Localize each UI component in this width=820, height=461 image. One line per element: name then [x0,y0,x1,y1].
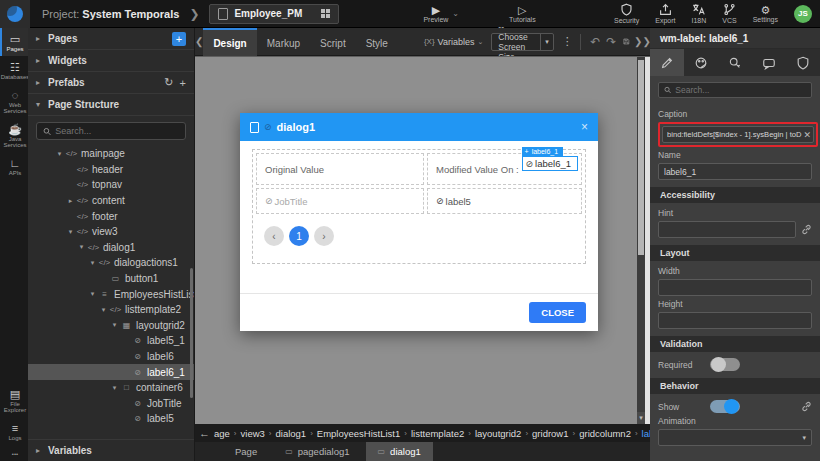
tree-node-label5[interactable]: ⊘label5 [28,411,194,427]
canvas-tab-style[interactable]: Style [356,28,398,56]
dialog-header[interactable]: ⊘ dialog1 × [240,113,598,141]
prev-page-button[interactable]: ‹ [264,226,284,246]
rail-item-logs[interactable]: ≡Logs [0,417,28,445]
tree-scrollbar[interactable] [190,268,193,398]
breadcrumb-item-employeeshistlist1[interactable]: EmployeesHistList1 [317,428,400,439]
header-cell-modified[interactable]: Modified Value On : + label6_1 ⊘ [427,153,582,185]
section-variables[interactable]: ▸ Variables [28,439,194,461]
required-toggle[interactable] [710,358,740,371]
bind-link-icon[interactable] [801,224,812,235]
rail-item-web-services[interactable]: ◌Web Services [0,84,28,118]
tab-security[interactable] [786,49,820,76]
tree-node-employeeshistlist1[interactable]: ▾≡EmployeesHistList1 [28,286,194,302]
section-prefabs[interactable]: ▸ Prefabs ↻ + [28,72,194,94]
name-input[interactable] [658,163,812,180]
section-widgets[interactable]: ▸ Widgets [28,50,194,72]
rail-item-pages[interactable]: ▭Pages [0,28,28,56]
breadcrumb-item-view3[interactable]: view3 [241,428,265,439]
tree-node-layoutgrid2[interactable]: ▾▦layoutgrid2 [28,318,194,334]
tree-node-dialogactions1[interactable]: ▾</>dialogactions1 [28,255,194,271]
preview-caret-icon[interactable]: ⌄ [452,9,459,18]
tree-node-footer[interactable]: </>footer [28,208,194,224]
tree-node-label6_1[interactable]: ⊘label6_1 [28,364,194,380]
bottom-tab-dialog1[interactable]: ▭dialog1 [366,442,433,461]
breadcrumb-back-icon[interactable]: ← [199,427,210,439]
rail-item-file-explorer[interactable]: ▤File Explorer [0,383,28,417]
breadcrumb-item-dialog1[interactable]: dialog1 [276,428,307,439]
clear-binding-icon[interactable]: ✕ [804,130,812,140]
selected-widget-overlay[interactable]: + label6_1 ⊘ label6_1 [522,147,578,171]
caret-down-icon[interactable]: ▾ [87,259,98,267]
bind-link-icon[interactable] [801,401,812,412]
tree-node-label5_1[interactable]: ⊘label5_1 [28,333,194,349]
next-page-button[interactable]: › [314,226,334,246]
export-button[interactable]: Export [647,3,683,24]
canvas-tab-design[interactable]: Design [203,28,256,56]
grid-icon[interactable] [321,9,330,18]
collapse-panel-icon[interactable]: ❮ [195,36,203,47]
breadcrumb-item-label6_1[interactable]: label6_1 [642,428,650,439]
animation-select[interactable]: ▾ [658,429,812,446]
caret-down-icon[interactable]: ▾ [54,150,65,158]
jobtitle-widget[interactable]: ⊘ JobTitle [256,188,424,214]
section-page-structure[interactable]: ▾ Page Structure [28,94,194,116]
tab-events[interactable] [718,49,752,76]
tree-node-dialog1[interactable]: ▾</>dialog1 [28,240,194,256]
breadcrumb-item-gridrow1[interactable]: gridrow1 [532,428,568,439]
breadcrumb-item-layoutgrid2[interactable]: layoutgrid2 [475,428,521,439]
widget-move-badge[interactable]: + label6_1 [522,147,564,156]
header-cell-original[interactable]: Original Value [256,153,424,185]
structure-search[interactable] [36,122,186,140]
tree-node-mainpage[interactable]: ▾</>mainpage [28,146,194,162]
user-avatar[interactable]: JS [794,5,812,23]
tree-node-header[interactable]: </>header [28,162,194,178]
caret-down-icon[interactable]: ▾ [76,243,87,251]
expand-panel-icon[interactable]: ❯❯ [634,36,650,47]
caption-bind-input[interactable]: bind:fieldDefs[$index - 1].sysBegin | to… [662,126,814,143]
current-page-button[interactable]: 1 [289,226,309,246]
scroll-down-icon[interactable]: ▾ [637,412,645,424]
tree-node-listtemplate2[interactable]: ▾</>listtemplate2 [28,302,194,318]
list-widget[interactable]: Original Value Modified Value On : + lab… [252,149,586,264]
tree-node-content[interactable]: ▸</>content [28,193,194,209]
tutorials-button[interactable]: ▷ Tutorials [501,5,544,23]
more-options-icon[interactable]: ⋮ [562,35,573,48]
height-input[interactable] [658,312,812,329]
redo-button[interactable]: ↷ [606,35,616,49]
width-input[interactable] [658,279,812,296]
canvas-tab-markup[interactable]: Markup [257,28,310,56]
save-button[interactable] [623,35,630,48]
tab-properties[interactable] [650,49,684,76]
rail-item-apis[interactable]: ∟APIs [0,152,28,180]
canvas-tab-script[interactable]: Script [310,28,356,56]
tab-messages[interactable] [752,49,786,76]
show-toggle[interactable] [710,400,740,413]
hint-input[interactable] [658,221,796,238]
i18n-button[interactable]: I18N [684,3,715,24]
wavemaker-logo[interactable] [0,0,30,28]
canvas-scrollbar[interactable]: ▾ [637,57,645,424]
undo-button[interactable]: ↶ [590,35,600,49]
rail-item-databases[interactable]: ☷Databases [0,56,28,84]
label5-widget[interactable]: ⊘ label5 [427,188,582,214]
design-canvas[interactable]: ⊘ dialog1 × Original Value Modified [195,56,650,424]
bottom-tab-pagedialog1[interactable]: ▭pagedialog1 [273,442,361,461]
variables-button[interactable]: {X} Variables ⌄ [424,37,483,47]
tree-node-container6[interactable]: ▾□container6 [28,380,194,396]
tree-node-label6[interactable]: ⊘label6 [28,349,194,365]
caret-down-icon[interactable]: ▾ [98,306,109,314]
caret-down-icon[interactable]: ▾ [87,290,98,298]
preview-button[interactable]: ▶ Preview [415,5,456,23]
structure-search-input[interactable] [55,126,179,136]
close-icon[interactable]: × [581,120,588,134]
caret-down-icon[interactable]: ▾ [65,228,76,236]
vcs-button[interactable]: VCS [714,3,744,24]
security-button[interactable]: Security [606,3,647,24]
property-search-input[interactable] [675,85,806,95]
bottom-tab-page[interactable]: Page [223,442,269,461]
screen-size-select[interactable]: -- Choose Screen Size -- ▾ [491,33,553,51]
panel-resize-handle[interactable] [645,57,650,424]
tree-node-view3[interactable]: ▾</>view3 [28,224,194,240]
add-page-button[interactable]: + [172,32,186,46]
tree-node-button1[interactable]: ▭button1 [28,271,194,287]
